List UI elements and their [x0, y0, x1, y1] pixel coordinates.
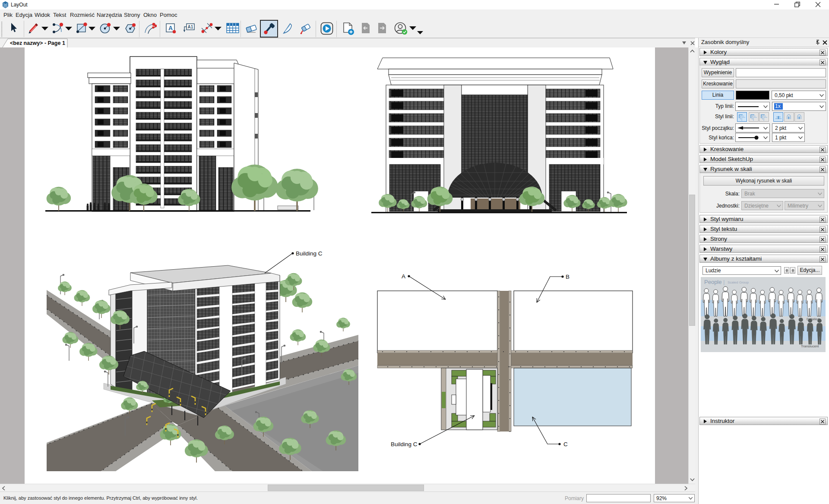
svg-text:A: A [168, 25, 173, 32]
svg-text:A1: A1 [188, 25, 193, 29]
